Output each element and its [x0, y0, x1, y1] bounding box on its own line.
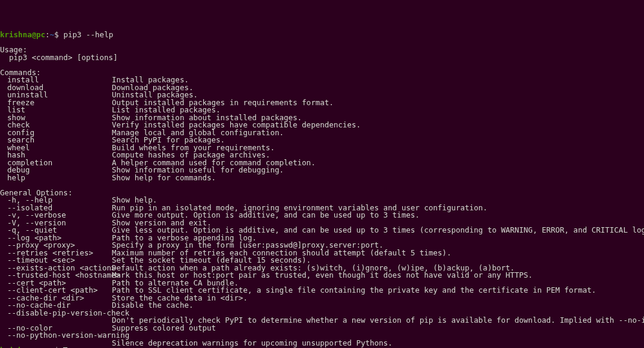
shell-prompt: krishna@pc:~$ — [0, 30, 59, 39]
option-desc: Suppress colored output — [112, 325, 644, 332]
prompt-sigil: $ — [54, 30, 59, 39]
command-row: wheelBuild wheels from your requirements… — [0, 144, 644, 152]
command-row: freezeOutput installed packages in requi… — [0, 99, 644, 107]
entered-command: pip3 --help — [63, 30, 113, 39]
command-row: helpShow help for commands. — [0, 174, 644, 182]
blank-line — [0, 182, 644, 189]
terminal-output[interactable]: krishna@pc:~$ pip3 --help Usage: pip3 <c… — [0, 31, 644, 348]
shell-prompt: krishna@pc:~$ — [0, 346, 59, 348]
option-row: --retries <retries>Maximum number of ret… — [0, 249, 644, 257]
prompt-user: krishna — [0, 346, 32, 348]
command-row: listList installed packages. — [0, 106, 644, 114]
usage-line: pip3 <command> [options] — [0, 54, 644, 62]
command-row: configManage local and global configurat… — [0, 129, 644, 137]
command-desc: Show help for commands. — [112, 174, 644, 182]
command-name: help — [0, 174, 112, 182]
command-row: completionA helper command used for comm… — [0, 159, 644, 167]
command-row: hashCompute hashes of package archives. — [0, 151, 644, 159]
option-desc: Silence deprecation warnings for upcomin… — [112, 340, 644, 347]
option-row: -v, --verboseGive more output. Option is… — [0, 212, 644, 219]
command-row: downloadDownload packages. — [0, 84, 644, 92]
command-row: checkVerify installed packages have comp… — [0, 121, 644, 129]
option-row: Don't periodically check PyPI to determi… — [0, 317, 644, 325]
command-row: installInstall packages. — [0, 76, 644, 84]
commands-header: Commands: — [0, 69, 644, 77]
option-row: --trusted-host <hostname>Mark this host … — [0, 272, 644, 279]
option-row: -q, --quietGive less output. Option is a… — [0, 227, 644, 234]
prompt-colon: : — [45, 346, 50, 348]
blank-line — [0, 39, 644, 47]
option-row: Silence deprecation warnings for upcomin… — [0, 340, 644, 347]
option-row: --client-cert <path>Path to SSL client c… — [0, 287, 644, 295]
option-name: --disable-pip-version-check — [0, 310, 112, 317]
prompt-colon: : — [45, 30, 50, 39]
prompt-host: pc — [36, 346, 45, 348]
option-name: --no-python-version-warning — [0, 332, 112, 340]
option-desc: Disable the cache. — [112, 302, 644, 310]
command-row: searchSearch PyPI for packages. — [0, 136, 644, 144]
prompt-user: krishna — [0, 30, 32, 39]
prompt-host: pc — [36, 30, 45, 39]
prompt-line: krishna@pc:~$ pip3 --help — [0, 31, 644, 39]
options-header: General Options: — [0, 189, 644, 197]
prompt-sigil: $ — [54, 346, 59, 348]
option-row: --cache-dir <dir>Store the cache data in… — [0, 295, 644, 302]
command-row: debugShow information useful for debuggi… — [0, 166, 644, 174]
blank-line — [0, 61, 644, 69]
